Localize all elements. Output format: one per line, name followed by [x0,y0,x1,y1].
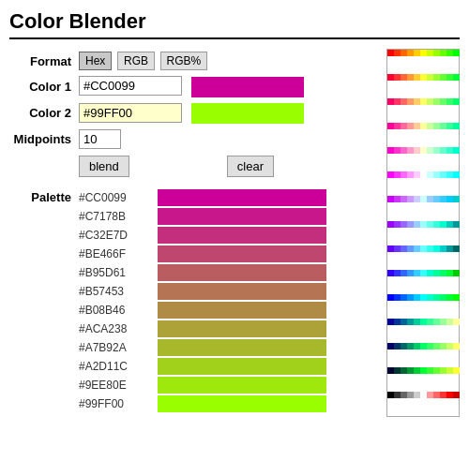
color-cell[interactable] [407,221,414,228]
color-cell[interactable] [433,343,440,350]
color-cell[interactable] [420,245,427,252]
palette-row[interactable]: #CC0099 [79,189,375,206]
color-cell[interactable] [440,343,446,350]
palette-row[interactable]: #BE466F [79,245,375,262]
color-cell[interactable] [433,294,440,301]
color-cell[interactable] [427,147,433,154]
color-cell[interactable] [453,123,460,129]
color-cell[interactable] [433,367,440,374]
color-cell[interactable] [427,319,433,325]
color-cell[interactable] [453,245,460,252]
color-cell[interactable] [440,392,446,398]
color-cell[interactable] [446,123,453,129]
palette-row[interactable]: #B57453 [79,283,375,300]
color-cell[interactable] [427,294,433,301]
color-cell[interactable] [387,171,394,178]
color-cell[interactable] [394,123,401,129]
blend-button[interactable]: blend [79,156,129,177]
color-cell[interactable] [401,270,407,276]
color-cell[interactable] [414,270,420,276]
color-cell[interactable] [401,74,407,81]
color-cell[interactable] [440,294,446,301]
color-cell[interactable] [440,221,446,228]
color-cell[interactable] [401,196,407,202]
color-cell[interactable] [420,74,427,81]
color-cell[interactable] [446,270,453,276]
color-cell[interactable] [387,270,394,276]
color-cell[interactable] [446,319,453,325]
color-cell[interactable] [407,319,414,325]
color-cell[interactable] [387,123,394,129]
color-cell[interactable] [414,147,420,154]
color-cell[interactable] [433,392,440,398]
color-cell[interactable] [446,98,453,105]
color-cell[interactable] [407,74,414,81]
color-cell[interactable] [420,294,427,301]
color-cell[interactable] [394,196,401,202]
color-cell[interactable] [387,50,394,56]
color-cell[interactable] [433,147,440,154]
palette-row[interactable]: #C32E7D [79,227,375,244]
color-cell[interactable] [401,50,407,56]
color-cell[interactable] [427,343,433,350]
color-cell[interactable] [420,123,427,129]
color-cell[interactable] [401,245,407,252]
color-cell[interactable] [433,171,440,178]
color-cell[interactable] [446,367,453,374]
color-cell[interactable] [407,294,414,301]
color-cell[interactable] [407,50,414,56]
color-cell[interactable] [414,50,420,56]
color-cell[interactable] [433,221,440,228]
color-cell[interactable] [401,171,407,178]
color-cell[interactable] [453,147,460,154]
color-cell[interactable] [433,74,440,81]
color-cell[interactable] [387,367,394,374]
color-cell[interactable] [394,392,401,398]
color-cell[interactable] [427,171,433,178]
color-cell[interactable] [414,74,420,81]
color-cell[interactable] [387,319,394,325]
color-cell[interactable] [440,123,446,129]
color-cell[interactable] [394,147,401,154]
color-cell[interactable] [394,221,401,228]
color-cell[interactable] [387,221,394,228]
color-cell[interactable] [420,319,427,325]
color-cell[interactable] [453,367,460,374]
color-cell[interactable] [440,319,446,325]
color-cell[interactable] [433,245,440,252]
color-cell[interactable] [427,196,433,202]
color-cell[interactable] [420,343,427,350]
color-cell[interactable] [427,270,433,276]
color-cell[interactable] [401,294,407,301]
color-cell[interactable] [433,319,440,325]
color-cell[interactable] [446,50,453,56]
color-cell[interactable] [414,367,420,374]
color-cell[interactable] [446,171,453,178]
format-rgb-btn[interactable]: RGB [117,52,155,70]
color-cell[interactable] [407,196,414,202]
color-cell[interactable] [453,392,460,398]
color-cell[interactable] [427,123,433,129]
palette-row[interactable]: #99FF00 [79,395,375,412]
color-cell[interactable] [420,147,427,154]
color-cell[interactable] [427,367,433,374]
color-cell[interactable] [453,294,460,301]
color-cell[interactable] [433,196,440,202]
palette-row[interactable]: #A2D11C [79,358,375,375]
color-cell[interactable] [440,171,446,178]
color-cell[interactable] [394,270,401,276]
color-cell[interactable] [394,50,401,56]
palette-row[interactable]: #ACA238 [79,320,375,337]
color-cell[interactable] [420,171,427,178]
color-cell[interactable] [394,294,401,301]
color-cell[interactable] [446,245,453,252]
color-cell[interactable] [394,319,401,325]
color-cell[interactable] [394,367,401,374]
color-cell[interactable] [394,74,401,81]
color-cell[interactable] [433,98,440,105]
color1-input[interactable] [79,76,182,96]
color-cell[interactable] [407,392,414,398]
color-cell[interactable] [420,221,427,228]
palette-row[interactable]: #B08B46 [79,302,375,319]
color-cell[interactable] [440,147,446,154]
